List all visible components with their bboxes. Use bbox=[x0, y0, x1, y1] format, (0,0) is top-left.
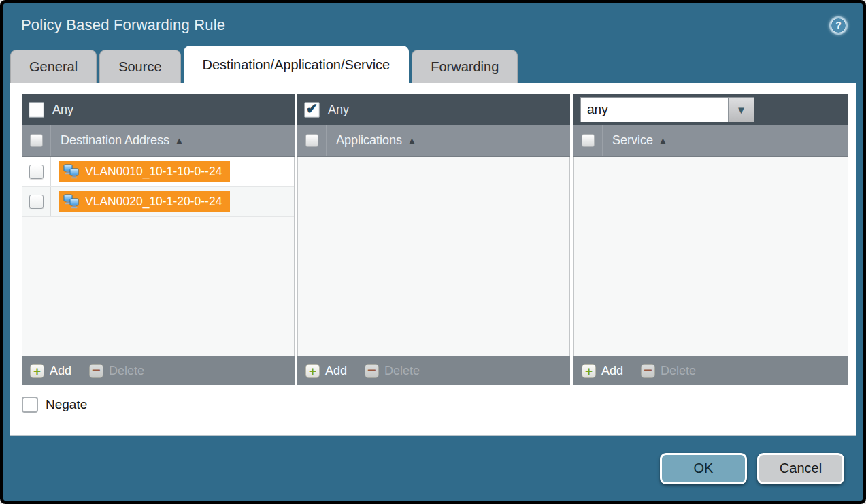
add-button-label: Add bbox=[50, 364, 71, 378]
row-checkbox[interactable] bbox=[29, 195, 44, 209]
address-object-chip[interactable]: VLAN0010_10-1-10-0--24 bbox=[59, 161, 230, 182]
row-checkbox-cell bbox=[22, 157, 51, 186]
destination-header-checkbox-cell bbox=[22, 125, 51, 156]
sort-asc-icon[interactable]: ▲ bbox=[407, 135, 416, 146]
service-list bbox=[573, 157, 848, 356]
service-dropdown[interactable]: any ▼ bbox=[580, 97, 754, 122]
negate-label: Negate bbox=[46, 397, 87, 412]
destination-any-checkbox[interactable] bbox=[29, 102, 44, 118]
applications-toolbar: + Add − Delete bbox=[297, 356, 570, 385]
negate-checkbox[interactable] bbox=[22, 397, 38, 413]
applications-header-checkbox-cell bbox=[297, 125, 327, 156]
destination-address-column: Any Destination Address ▲ bbox=[22, 94, 295, 385]
service-header-label[interactable]: Service bbox=[612, 133, 653, 148]
add-button-label: Add bbox=[325, 364, 347, 378]
chevron-down-icon: ▼ bbox=[736, 104, 746, 116]
dialog-footer: OK Cancel bbox=[3, 436, 863, 501]
delete-button[interactable]: − Delete bbox=[365, 364, 420, 378]
add-button-label: Add bbox=[601, 364, 623, 378]
add-button[interactable]: + Add bbox=[582, 364, 623, 378]
tab-destination-application-service[interactable]: Destination/Application/Service bbox=[184, 46, 410, 83]
cancel-button[interactable]: Cancel bbox=[757, 453, 844, 484]
destination-any-bar: Any bbox=[22, 94, 295, 125]
tab-bar: General Source Destination/Application/S… bbox=[3, 47, 863, 83]
delete-button[interactable]: − Delete bbox=[89, 364, 144, 378]
applications-column: ✔ Any Applications ▲ + Add bbox=[297, 94, 570, 385]
delete-icon: − bbox=[641, 364, 655, 378]
checkmark-icon: ✔ bbox=[306, 101, 318, 116]
row-checkbox[interactable] bbox=[29, 165, 44, 179]
add-icon: + bbox=[582, 364, 596, 378]
policy-based-forwarding-dialog: Policy Based Forwarding Rule ? General S… bbox=[0, 0, 866, 504]
delete-button-label: Delete bbox=[109, 364, 144, 378]
page-title: Policy Based Forwarding Rule bbox=[21, 16, 225, 34]
add-button[interactable]: + Add bbox=[305, 364, 347, 378]
destination-list: VLAN0010_10-1-10-0--24 bbox=[22, 157, 295, 356]
applications-list bbox=[297, 157, 570, 356]
address-object-label: VLAN0020_10-1-20-0--24 bbox=[85, 195, 222, 209]
network-icon bbox=[63, 164, 80, 180]
ok-button[interactable]: OK bbox=[660, 453, 747, 484]
address-object-label: VLAN0010_10-1-10-0--24 bbox=[85, 165, 222, 179]
table-row[interactable]: VLAN0010_10-1-10-0--24 bbox=[22, 157, 294, 187]
selector-columns: Any Destination Address ▲ bbox=[22, 94, 848, 385]
delete-button-label: Delete bbox=[661, 364, 696, 378]
applications-any-label: Any bbox=[328, 103, 349, 117]
delete-button[interactable]: − Delete bbox=[641, 364, 696, 378]
destination-select-all-checkbox[interactable] bbox=[30, 134, 43, 147]
tab-forwarding[interactable]: Forwarding bbox=[412, 50, 518, 83]
delete-button-label: Delete bbox=[384, 364, 420, 378]
table-row[interactable]: VLAN0020_10-1-20-0--24 bbox=[22, 187, 294, 217]
title-bar: Policy Based Forwarding Rule ? bbox=[3, 3, 863, 47]
service-dropdown-value[interactable]: any bbox=[580, 97, 729, 122]
row-checkbox-cell bbox=[22, 187, 51, 216]
service-header-checkbox-cell bbox=[573, 125, 603, 156]
add-icon: + bbox=[305, 364, 320, 378]
tab-source[interactable]: Source bbox=[99, 50, 180, 83]
applications-select-all-checkbox[interactable] bbox=[305, 134, 318, 147]
add-button[interactable]: + Add bbox=[30, 364, 71, 378]
applications-column-header: Applications ▲ bbox=[297, 125, 570, 157]
applications-any-checkbox[interactable]: ✔ bbox=[304, 102, 320, 118]
tab-general[interactable]: General bbox=[10, 50, 97, 83]
network-icon bbox=[63, 194, 80, 209]
destination-column-header: Destination Address ▲ bbox=[22, 125, 295, 157]
help-icon: ? bbox=[831, 18, 846, 33]
sort-asc-icon[interactable]: ▲ bbox=[175, 135, 184, 146]
service-column: any ▼ Service ▲ + bbox=[573, 94, 848, 385]
service-select-all-checkbox[interactable] bbox=[582, 134, 595, 147]
service-dropdown-button[interactable]: ▼ bbox=[729, 97, 754, 122]
applications-any-bar: ✔ Any bbox=[297, 94, 570, 125]
delete-icon: − bbox=[89, 364, 103, 378]
service-any-bar: any ▼ bbox=[573, 94, 848, 125]
destination-any-label: Any bbox=[52, 103, 73, 117]
help-button[interactable]: ? bbox=[829, 16, 848, 35]
delete-icon: − bbox=[365, 364, 379, 378]
sort-asc-icon[interactable]: ▲ bbox=[659, 135, 667, 146]
applications-header-label[interactable]: Applications bbox=[336, 133, 402, 148]
service-toolbar: + Add − Delete bbox=[573, 356, 848, 385]
add-icon: + bbox=[30, 364, 44, 378]
destination-header-label[interactable]: Destination Address bbox=[61, 133, 169, 148]
service-column-header: Service ▲ bbox=[573, 125, 848, 157]
destination-toolbar: + Add − Delete bbox=[22, 356, 295, 385]
address-object-chip[interactable]: VLAN0020_10-1-20-0--24 bbox=[59, 191, 230, 212]
negate-row: Negate bbox=[22, 397, 848, 413]
tab-content-panel: Any Destination Address ▲ bbox=[10, 83, 856, 436]
